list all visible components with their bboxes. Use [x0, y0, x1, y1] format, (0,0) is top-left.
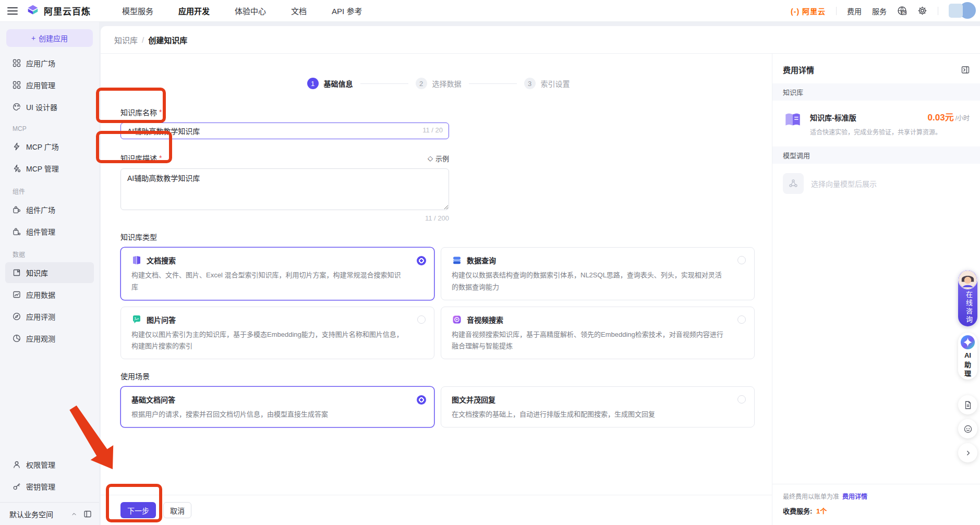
sidebar-item-app-monitor[interactable]: 应用观测 [0, 328, 99, 349]
svg-text:CN: CN [902, 11, 906, 14]
plus-icon: + [31, 34, 35, 42]
sidebar-item-permissions[interactable]: 权限管理 [0, 454, 99, 475]
step-connector [469, 83, 517, 84]
online-consult-widget[interactable]: 在线咨询 [958, 270, 977, 326]
nav-services[interactable]: 服务 [872, 6, 887, 16]
sidebar-item-component-market[interactable]: 组件广场 [0, 199, 99, 220]
nav-api-reference[interactable]: API 参考 [332, 5, 362, 16]
kb-name-counter: 11 / 20 [422, 126, 443, 134]
sidebar-item-app-eval[interactable]: 应用评测 [0, 306, 99, 327]
sidebar-item-app-data[interactable]: 应用数据 [0, 284, 99, 305]
key-icon [13, 482, 21, 491]
sidebar-item-ui-designer[interactable]: UI 设计器 [0, 96, 99, 117]
type-option-doc-search[interactable]: 文档搜索 构建文档、文件、图片、Excel 混合型索引知识库，利用切片方案，构建… [120, 247, 434, 300]
puzzle-icon [13, 205, 21, 214]
brand-logo[interactable]: 阿里云百炼 [26, 4, 91, 18]
nav-docs[interactable]: 文档 [291, 5, 307, 16]
scene-options: 基础文档问答 根据用户的请求，搜索并召回文档切片信息，由模型直接生成答案 图文并… [120, 386, 756, 428]
breadcrumb-knowledge-base[interactable]: 知识库 [114, 34, 138, 45]
sidebar-item-mcp-market[interactable]: MCP 广场 [0, 136, 99, 157]
ai-assistant-widget[interactable]: AI助理 [958, 333, 977, 380]
expand-float-button[interactable] [958, 443, 977, 462]
radio-unselected-icon[interactable] [737, 256, 746, 264]
step-index-settings: 3 索引设置 [524, 78, 570, 89]
feedback-float-button[interactable] [958, 419, 977, 438]
cost-detail-link[interactable]: 费用详情 [842, 493, 867, 500]
workspace-name: 默认业务空间 [9, 509, 65, 519]
sparkle-icon: ◇ [428, 154, 433, 162]
doc-search-icon [131, 255, 142, 265]
kb-book-icon [783, 110, 803, 130]
sidebar-item-app-manage[interactable]: 应用管理 [0, 75, 99, 95]
nav-experience-center[interactable]: 体验中心 [235, 5, 266, 16]
book-icon [13, 268, 21, 277]
radio-unselected-icon[interactable] [737, 395, 746, 404]
model-placeholder-icon [783, 173, 804, 194]
grid-icon [13, 59, 21, 67]
sidebar-item-component-manage[interactable]: 组件管理 [0, 221, 99, 242]
example-link[interactable]: ◇ 示例 [428, 153, 449, 163]
radio-selected-icon[interactable] [417, 256, 426, 265]
radio-unselected-icon[interactable] [417, 315, 426, 324]
image-qa-icon [131, 314, 142, 325]
pie-icon [13, 334, 21, 343]
sidebar-spacer [0, 349, 99, 454]
scene-option-rich-reply[interactable]: 图文并茂回复 在文档搜索的基础上，自动进行排版生成和配图搜索，生成图文回复 [441, 386, 755, 428]
type-option-av-search[interactable]: 音视频搜索 构建音视频搜索知识库，基于高精度解析、领先的Embedding检索技… [441, 307, 755, 360]
kb-name-input[interactable] [120, 123, 449, 139]
chart-icon [13, 290, 21, 299]
sidebar-item-mcp-manage[interactable]: MCP 管理 [0, 158, 99, 179]
cancel-button[interactable]: 取消 [163, 502, 191, 518]
hamburger-menu-icon[interactable] [7, 7, 18, 15]
page: 阿里云百炼 模型服务 应用开发 体验中心 文档 API 参考 (-) 阿里云 费… [0, 0, 980, 525]
nav-app-development[interactable]: 应用开发 [178, 5, 210, 16]
kb-type-label: 知识库类型 [120, 231, 756, 242]
radio-selected-icon[interactable] [417, 395, 426, 405]
workspace-switcher[interactable]: 默认业务空间 [0, 502, 99, 525]
consultant-avatar [958, 270, 977, 289]
sidebar-item-api-keys[interactable]: 密钥管理 [0, 476, 99, 497]
cost-section-model: 模型调用 [772, 146, 980, 164]
sidebar-item-knowledge-base[interactable]: 知识库 [5, 262, 94, 283]
fee-service-value: 1个 [816, 507, 827, 515]
type-option-data-query[interactable]: 数据查询 构建仅以数据表结构查询的数据索引体系，NL2SQL思路，查询表头、列头… [441, 247, 755, 300]
nav-model-services[interactable]: 模型服务 [122, 5, 153, 16]
scene-option-basic-doc-qa[interactable]: 基础文档问答 根据用户的请求，搜索并召回文档切片信息，由模型直接生成答案 [120, 386, 434, 428]
collapse-sidebar-icon[interactable] [83, 510, 92, 518]
kb-plan-desc: 适合快速实验，完成业务验证，共享计算资源。 [810, 127, 970, 136]
model-cost-placeholder: 选择向量模型后展示 [772, 164, 980, 203]
aliyun-logo[interactable]: (-) 阿里云 [791, 6, 826, 16]
collapse-panel-icon[interactable] [961, 66, 970, 74]
cost-item-kb-standard: 知识库-标准版 0.03元 /小时 适合快速实验，完成业务验证，共享计算资源。 [772, 101, 980, 146]
radio-unselected-icon[interactable] [737, 315, 746, 324]
kb-desc-counter: 11 / 200 [120, 214, 449, 222]
type-option-image-qa[interactable]: 图片问答 构建仅以图片索引为主的知识库，基于多模态Embedding能力，支持图… [120, 307, 434, 360]
topbar-right: (-) 阿里云 费用 服务 CN [791, 3, 973, 19]
sidebar-item-app-market[interactable]: 应用广场 [0, 53, 99, 74]
cost-detail-panel: 费用详情 知识库 知识库 [772, 54, 980, 525]
user-avatar[interactable] [949, 3, 973, 19]
kb-type-options: 文档搜索 构建文档、文件、图片、Excel 混合型索引知识库，利用切片方案，构建… [120, 247, 756, 359]
sidebar: + 创建应用 应用广场 应用管理 UI 设计器 MCP MCP 广场 MCP 管… [0, 22, 99, 525]
palette-icon [13, 103, 21, 111]
globe-locale-icon[interactable]: CN [897, 6, 907, 16]
kb-plan-name: 知识库-标准版 [810, 112, 856, 123]
page-title: 创建知识库 [148, 34, 187, 45]
cost-section-kb: 知识库 [772, 83, 980, 101]
scene-label: 使用场景 [120, 371, 756, 381]
next-step-button[interactable]: 下一步 [120, 502, 156, 518]
chevron-right-icon [964, 449, 972, 457]
step-connector [360, 83, 408, 84]
user-icon [13, 460, 21, 469]
steps-wizard: 1 基础信息 2 选择数据 3 索引设置 [120, 78, 756, 89]
kb-desc-textarea[interactable]: AI辅助高数教学知识库 [120, 168, 449, 210]
nav-billing[interactable]: 费用 [847, 6, 862, 16]
docs-float-button[interactable] [958, 395, 977, 414]
lightning-icon [13, 142, 21, 151]
grid-manage-icon [13, 81, 21, 89]
kb-price: 0.03元 [928, 110, 954, 123]
data-query-icon [452, 255, 462, 265]
create-app-button[interactable]: + 创建应用 [6, 29, 93, 47]
settings-gear-icon[interactable] [917, 6, 927, 16]
billing-note: 最终费用以账单为准 [783, 493, 839, 500]
